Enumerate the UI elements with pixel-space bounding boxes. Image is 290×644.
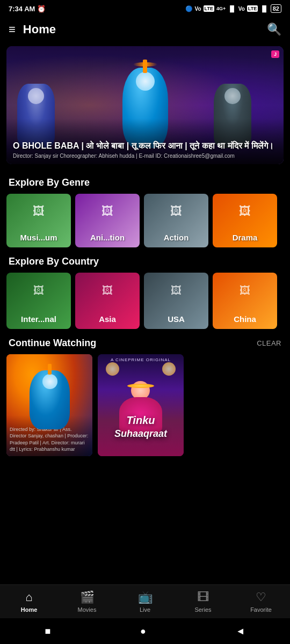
battery-indicator: 82 bbox=[271, 4, 281, 13]
genre-drama-label: Drama bbox=[233, 233, 258, 242]
country-international-icon: 🖼 bbox=[33, 284, 44, 297]
country-card-china[interactable]: 🖼 China bbox=[213, 273, 277, 329]
favorite-nav-icon: ♡ bbox=[256, 590, 266, 604]
genre-music-label: Musi...um bbox=[20, 233, 57, 242]
genre-animation-label: Ani...tion bbox=[90, 233, 125, 242]
signal-bars2: ▐▌ bbox=[260, 5, 269, 12]
country-asia-label: Asia bbox=[99, 314, 116, 324]
android-home-button[interactable]: ● bbox=[140, 626, 146, 637]
country-asia-icon: 🖼 bbox=[102, 284, 113, 297]
home-nav-icon: ⌂ bbox=[25, 590, 32, 604]
genre-animation-icon: 🖼 bbox=[102, 204, 113, 218]
continue-watching-title: Continue Watching bbox=[9, 338, 96, 349]
cineprime-badge: A CINEPRIME ORIGINAL bbox=[98, 357, 184, 362]
live-nav-icon: 📺 bbox=[138, 590, 153, 604]
country-card-usa[interactable]: 🖼 USA bbox=[144, 273, 208, 329]
country-section-title: Explore By Country bbox=[0, 247, 290, 273]
nav-series[interactable]: 🎞 Series bbox=[187, 590, 219, 613]
genre-card-music[interactable]: 🖼 Musi...um bbox=[6, 194, 71, 247]
clear-button[interactable]: CLEAR bbox=[257, 339, 281, 347]
android-back-button[interactable]: ◄ bbox=[236, 626, 245, 637]
genre-action-icon: 🖼 bbox=[170, 204, 182, 218]
country-usa-icon: 🖼 bbox=[171, 284, 182, 297]
hero-credit3: E-mail ID: Creationaishree5@gmail.com bbox=[139, 153, 235, 159]
series-nav-icon: 🎞 bbox=[197, 590, 209, 604]
genre-music-icon: 🖼 bbox=[33, 204, 45, 218]
alarm-icon: ⏰ bbox=[37, 5, 46, 13]
hero-main-text: O BHOLE BABA | ओ भोले बाबा | तू कल फिर आ… bbox=[13, 140, 277, 152]
country-china-label: China bbox=[234, 314, 256, 324]
home-nav-label: Home bbox=[21, 606, 38, 613]
continue-card-tinku[interactable]: A CINEPRIME ORIGINAL TinkuSuhaaqraat bbox=[98, 354, 184, 456]
android-nav-bar: ■ ● ◄ bbox=[0, 618, 290, 644]
nav-live[interactable]: 📺 Live bbox=[129, 590, 161, 613]
signal-text2: Vo bbox=[238, 6, 245, 12]
genre-grid: 🖼 Musi...um 🖼 Ani...tion 🖼 Action 🖼 Dram… bbox=[0, 194, 290, 247]
status-bar: 7:34 AM ⏰ 🔵 Vo LTE 4G+ ▐▌ Vo LTE ▐▌ 82 bbox=[0, 0, 290, 17]
hero-text-overlay: O BHOLE BABA | ओ भोले बाबा | तू कल फिर आ… bbox=[6, 119, 284, 164]
continue-watching-header: Continue Watching CLEAR bbox=[0, 329, 290, 354]
signal-text: Vo bbox=[195, 6, 201, 12]
bottom-nav: ⌂ Home 🎬 Movies 📺 Live 🎞 Series ♡ Favori… bbox=[0, 584, 290, 618]
favorite-nav-label: Favorite bbox=[250, 606, 272, 613]
genre-card-drama[interactable]: 🖼 Drama bbox=[213, 194, 277, 247]
movies-nav-icon: 🎬 bbox=[80, 590, 95, 604]
genre-action-label: Action bbox=[164, 233, 189, 242]
genre-card-animation[interactable]: 🖼 Ani...tion bbox=[75, 194, 140, 247]
lte-badge2: LTE bbox=[247, 5, 258, 12]
tinku-title: TinkuSuhaaqraat bbox=[98, 414, 184, 440]
battery-level: 82 bbox=[273, 5, 279, 12]
signal-bars1: ▐▌ bbox=[228, 5, 236, 12]
genre-section-title: Explore By Genre bbox=[0, 169, 290, 194]
country-china-icon: 🖼 bbox=[240, 284, 250, 297]
live-nav-label: Live bbox=[140, 606, 150, 613]
shiva-card-text: Directed by: Shakur sir | Ass. Director … bbox=[10, 427, 88, 452]
time-display: 7:34 AM bbox=[9, 5, 35, 13]
hero-badge: J bbox=[271, 50, 279, 58]
movies-nav-label: Movies bbox=[78, 606, 97, 613]
hero-sub-text: Director: Sanjay sir Choreographer: Abhi… bbox=[13, 153, 277, 159]
lte-badge: LTE bbox=[204, 5, 214, 12]
status-icons: 🔵 Vo LTE 4G+ ▐▌ Vo LTE ▐▌ 82 bbox=[185, 4, 281, 13]
genre-drama-icon: 🖼 bbox=[239, 204, 251, 218]
bluetooth-icon: 🔵 bbox=[185, 5, 193, 12]
status-time: 7:34 AM ⏰ bbox=[9, 5, 46, 13]
hero-credit2: Choreographer: Abhiseh hudda bbox=[60, 153, 134, 159]
hero-credit1: Director: Sanjay sir bbox=[13, 153, 58, 159]
country-usa-label: USA bbox=[168, 314, 185, 324]
top-bar: ≡ Home 🔍 bbox=[0, 17, 290, 42]
genre-card-action[interactable]: 🖼 Action bbox=[144, 194, 208, 247]
country-grid: 🖼 Inter...nal 🖼 Asia 🖼 USA 🖼 China bbox=[0, 273, 290, 329]
signal-4g: 4G+ bbox=[216, 6, 226, 11]
continue-watching-row: Directed by: Shakur sir | Ass. Director … bbox=[0, 354, 290, 456]
nav-favorite[interactable]: ♡ Favorite bbox=[245, 590, 277, 613]
nav-movies[interactable]: 🎬 Movies bbox=[71, 590, 103, 613]
country-international-label: Inter...nal bbox=[21, 314, 56, 324]
menu-icon[interactable]: ≡ bbox=[9, 23, 16, 36]
continue-card-shiva[interactable]: Directed by: Shakur sir | Ass. Director … bbox=[6, 354, 92, 456]
hero-banner[interactable]: O BHOLE BABA | ओ भोले बाबा | तू कल फिर आ… bbox=[6, 46, 284, 164]
country-card-asia[interactable]: 🖼 Asia bbox=[75, 273, 140, 329]
nav-home[interactable]: ⌂ Home bbox=[13, 590, 45, 613]
page-title: Home bbox=[23, 23, 267, 36]
series-nav-label: Series bbox=[194, 606, 211, 613]
country-card-international[interactable]: 🖼 Inter...nal bbox=[6, 273, 71, 329]
android-recents-button[interactable]: ■ bbox=[45, 626, 50, 637]
search-icon[interactable]: 🔍 bbox=[267, 23, 281, 36]
